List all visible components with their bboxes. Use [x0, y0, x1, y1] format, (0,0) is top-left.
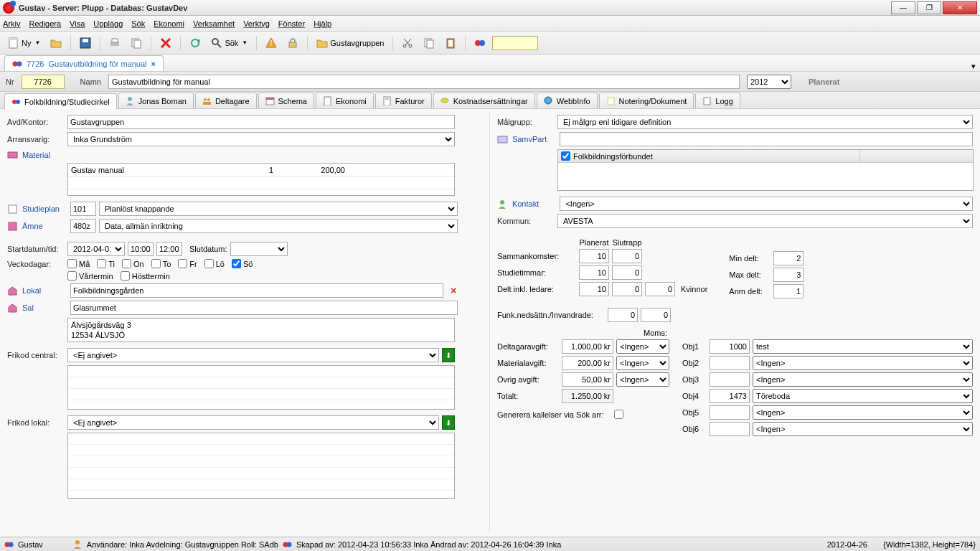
ma-moms[interactable]: <Ingen>	[616, 356, 669, 370]
close-button[interactable]: ✕	[943, 1, 977, 14]
obj5-sel[interactable]: <Ingen>	[753, 405, 973, 420]
day-fr[interactable]: Fr	[178, 259, 197, 268]
amne-name-select[interactable]: Data, allmän inriktning	[99, 219, 458, 233]
stud-name-select[interactable]: Planlöst knappande	[99, 202, 458, 216]
samv-grid[interactable]: Folkbildningsförbundet	[557, 149, 974, 191]
amne-code-input[interactable]	[70, 219, 96, 233]
max-input[interactable]	[773, 268, 804, 282]
close-tab-icon[interactable]: ×	[151, 60, 155, 68]
menu-verktyg[interactable]: Verktyg	[243, 19, 270, 28]
slut-date-select[interactable]	[230, 242, 288, 256]
funk-b[interactable]	[641, 308, 671, 322]
min-input[interactable]	[773, 251, 804, 265]
material-grid[interactable]: Gustav manual1200,00	[67, 163, 455, 196]
sal-link[interactable]: Sal	[22, 303, 67, 312]
copy2-button[interactable]	[420, 34, 438, 52]
delt-s[interactable]	[612, 282, 642, 296]
menu-hjalp[interactable]: Hjälp	[314, 19, 331, 28]
print-button[interactable]	[105, 34, 124, 52]
tab-kostnad[interactable]: Kostnadsersättningar	[433, 93, 535, 108]
fric-download-button[interactable]: ⬇	[442, 348, 455, 362]
day-ti[interactable]: Ti	[97, 259, 115, 268]
menu-upplagg[interactable]: Upplägg	[93, 19, 123, 28]
lokal-link[interactable]: Lokal	[22, 286, 67, 295]
day-on[interactable]: On	[122, 259, 144, 268]
oa-moms[interactable]: <Ingen>	[616, 372, 669, 387]
obj2-sel[interactable]: <Ingen>	[753, 356, 973, 370]
search-button[interactable]: Sök▼	[207, 34, 251, 52]
obj1-sel[interactable]: test	[753, 339, 973, 354]
gen-check[interactable]	[614, 410, 623, 419]
tab-notering[interactable]: Notering/Dokument	[599, 93, 694, 108]
menu-arkiv[interactable]: Arkiv	[3, 19, 20, 28]
oa-input[interactable]	[562, 372, 613, 387]
tab-webb[interactable]: WebbInfo	[537, 93, 598, 108]
cut-button[interactable]	[398, 34, 417, 52]
mal-select[interactable]: Ej målgrp enl tidigare definition	[557, 115, 973, 129]
samv-link[interactable]: SamvPart	[512, 135, 557, 143]
stud-code-input[interactable]	[70, 202, 96, 216]
da-input[interactable]	[562, 339, 613, 354]
obj1-num[interactable]	[710, 339, 750, 354]
tab-deltagare[interactable]: Deltagare	[195, 93, 257, 108]
tab-ekonomi[interactable]: Ekonomi	[316, 93, 374, 108]
tab-folkbildning[interactable]: Folkbildning/Studiecirkel	[4, 93, 117, 109]
maximize-button[interactable]: ❐	[917, 1, 941, 14]
obj6-sel[interactable]: <Ingen>	[753, 422, 973, 436]
obj6-num[interactable]	[710, 422, 750, 436]
menu-ekonomi[interactable]: Ekonomi	[154, 19, 184, 28]
da-moms[interactable]: <Ingen>	[616, 339, 669, 354]
delete-button[interactable]	[156, 34, 175, 52]
anm-input[interactable]	[773, 284, 804, 298]
menu-verksamhet[interactable]: Verksamhet	[193, 19, 235, 28]
open-button[interactable]	[47, 34, 65, 52]
new-button[interactable]: Ny▼	[4, 34, 44, 52]
start-date-select[interactable]: 2012-04-01	[67, 242, 125, 256]
lokal-input[interactable]	[70, 283, 443, 298]
samv-check[interactable]	[561, 151, 570, 161]
fril-download-button[interactable]: ⬇	[442, 415, 455, 430]
minimize-button[interactable]: —	[891, 1, 915, 14]
obj5-num[interactable]	[710, 405, 750, 420]
balls-button[interactable]	[471, 34, 489, 52]
paste-button[interactable]	[441, 34, 460, 52]
sam-s[interactable]	[612, 249, 642, 263]
nr-input[interactable]	[22, 75, 65, 89]
copy-button[interactable]	[127, 34, 146, 52]
delt-p[interactable]	[579, 282, 609, 296]
menu-fonster[interactable]: Fönster	[278, 19, 305, 28]
fril-grid[interactable]	[67, 433, 455, 499]
menu-sok[interactable]: Sök	[131, 19, 145, 28]
tab-fakturor[interactable]: Fakturor	[375, 93, 432, 108]
avd-input[interactable]	[67, 115, 455, 129]
tab-overflow-icon[interactable]: ▾	[971, 62, 976, 71]
vartermin-check[interactable]: Vårtermin	[67, 271, 113, 281]
tim-s[interactable]	[612, 265, 642, 280]
refresh-button[interactable]	[186, 34, 204, 52]
obj4-num[interactable]	[710, 389, 750, 403]
kommun-select[interactable]: AVESTA	[557, 214, 973, 228]
ma-input[interactable]	[562, 356, 613, 370]
lock-button[interactable]	[283, 34, 302, 52]
tab-logg[interactable]: Logg	[695, 93, 740, 108]
delt-k[interactable]	[645, 282, 675, 296]
kontakt-select[interactable]: <Ingen>	[560, 197, 973, 211]
tab-schema[interactable]: Schema	[258, 93, 314, 108]
sal-input[interactable]	[70, 301, 458, 315]
fril-select[interactable]: <Ej angivet>	[67, 415, 439, 430]
day-to[interactable]: To	[151, 259, 171, 268]
sam-p[interactable]	[579, 249, 609, 263]
fric-grid[interactable]	[67, 365, 455, 410]
arr-select[interactable]: Inka Grundström	[67, 132, 455, 146]
material-link[interactable]: Material	[22, 151, 67, 159]
start-t1[interactable]	[128, 242, 154, 256]
obj3-sel[interactable]: <Ingen>	[753, 372, 973, 387]
fric-select[interactable]: <Ej angivet>	[67, 348, 439, 362]
funk-a[interactable]	[608, 308, 638, 322]
clear-lokal-icon[interactable]: ×	[446, 285, 461, 296]
tab-person[interactable]: Jonas Boman	[118, 93, 194, 108]
year-select[interactable]: 2012	[747, 75, 791, 89]
amne-link[interactable]: Ämne	[22, 222, 67, 230]
obj2-num[interactable]	[710, 356, 750, 370]
hosttermin-check[interactable]: Hösttermin	[121, 271, 170, 281]
